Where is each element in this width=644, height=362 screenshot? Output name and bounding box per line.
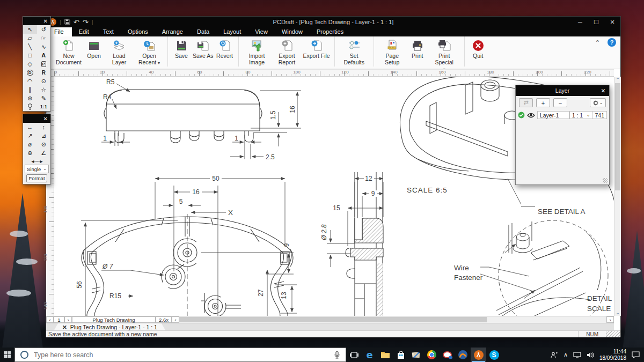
search-input[interactable] [33,351,330,359]
page-next-button[interactable]: › [64,316,72,323]
center-mark-tool[interactable]: ⊕ [23,149,37,157]
taskbar-search[interactable] [14,348,346,362]
microphone-icon[interactable] [334,351,340,359]
redo-icon[interactable]: ↷ [83,18,89,26]
layer-options-button[interactable]: ⌄ [590,98,606,107]
rotate-tool[interactable]: ↺ [37,25,51,34]
collapse-ribbon-icon[interactable]: ⌃ [595,39,600,46]
radius-dimension-tool[interactable]: ⊘ [37,140,51,149]
taskbar-store[interactable] [393,348,408,362]
pen-tool[interactable]: ✎ [37,94,51,102]
people-icon[interactable] [551,352,558,358]
scale-1-1-tool[interactable]: 1:1 [37,102,51,111]
help-button[interactable]: ? [608,38,616,47]
symbol-tool[interactable]: ⊛ [23,94,37,102]
angle-dimension-tool[interactable]: ∠ [37,149,51,157]
open-button[interactable]: Open [85,39,103,59]
arc-tool[interactable]: ◠ [23,77,37,85]
task-view-button[interactable] [346,348,362,362]
pan-tool[interactable]: ☞ [37,34,51,42]
horizontal-scrollbar-thumb[interactable] [179,317,487,322]
menu-edit[interactable]: Edit [72,27,96,36]
menu-options[interactable]: Options [121,27,155,36]
taskbar-chrome[interactable] [424,348,440,362]
lamp-tool[interactable] [23,102,37,111]
dimension-mode-dropdown[interactable]: Single ⌄ [25,165,49,173]
perpendicular-dimension-tool[interactable]: ⊿ [37,131,51,140]
horizontal-dimension-tool[interactable]: ↔ [23,123,37,131]
select-tool[interactable]: ↖ [23,25,37,34]
scroll-left-icon[interactable]: ‹ [172,316,179,323]
dimension-line-style[interactable]: ◂──▸ [23,157,50,165]
tab-close-icon[interactable]: ✕ [62,324,67,330]
parallel-polygon-tool[interactable]: P [37,60,51,68]
start-button[interactable] [0,348,14,362]
page-prev-button[interactable]: ‹ [46,316,54,323]
page-setup-button[interactable]: Page Setup [378,39,406,65]
rectangle-tool[interactable]: □ [23,51,37,60]
maximize-icon[interactable]: ☐ [588,17,604,27]
close-icon[interactable]: ✕ [597,87,609,94]
close-icon[interactable]: ✕ [604,17,620,27]
taskbar-drawing-app[interactable] [440,348,455,362]
export-report-button[interactable]: Export Report [273,39,301,65]
action-center-icon[interactable] [632,351,640,358]
zoom-level[interactable]: 2.6x [156,316,172,323]
diagonal-dimension-tool[interactable]: ↗ [23,131,37,140]
scroll-right-icon[interactable]: › [606,316,614,323]
taskbar-design-app[interactable] [455,348,471,362]
text-tool[interactable]: A [37,51,51,60]
open-recent-button[interactable]: Open Recent ▾ [135,39,163,65]
quit-button[interactable]: Quit [469,39,487,59]
tray-expand-icon[interactable]: ∧ [564,351,568,358]
vertical-scrollbar-thumb[interactable] [615,83,620,190]
doc-name-field[interactable]: Plug Tech Drawing [72,316,156,323]
menu-data[interactable]: Data [190,27,216,36]
polygon-tool[interactable]: ◇ [23,60,37,68]
layer-row[interactable]: Layer-1 1 : 1 ⌄ 741 [518,110,607,120]
radius-tool[interactable]: R [37,68,51,77]
export-file-button[interactable]: Export File [303,39,330,59]
menu-view[interactable]: View [248,27,275,36]
marquee-tool[interactable]: ▱ [23,34,37,42]
print-button[interactable]: Print [408,39,427,59]
vertical-scrollbar[interactable]: ⌃ ⌄ [614,77,621,316]
document-tab[interactable]: ✕ Plug Tech Drawing - Layer-1 - 1 : 1 [54,323,166,331]
diameter-dimension-tool[interactable]: ⌀ [23,140,37,149]
taskbar-file-explorer[interactable] [377,348,393,362]
horizontal-scrollbar[interactable] [179,316,606,323]
vertical-dimension-tool[interactable]: ↕ [37,123,51,131]
load-layer-button[interactable]: Load Layer [105,39,133,65]
menu-properties[interactable]: Properties [310,27,350,36]
menu-layout[interactable]: Layout [216,27,248,36]
undo-icon[interactable]: ↶ [74,18,79,26]
print-special-button[interactable]: Print Special▾ [429,39,460,72]
visibility-eye-icon[interactable] [527,113,535,118]
quick-save-icon[interactable] [64,19,70,26]
merge-layers-button[interactable]: ⇄ [519,98,533,107]
format-button[interactable]: Format [26,174,47,182]
parallel-lines-tool[interactable]: ∥ [23,85,37,94]
layer-scale-dropdown[interactable]: 1 : 1 ⌄ [569,111,593,119]
taskbar-photos-app[interactable] [408,348,424,362]
layer-name-field[interactable]: Layer-1 [537,111,569,119]
resize-grip[interactable] [606,331,620,337]
add-layer-button[interactable]: + [536,98,550,107]
palette-close-icon[interactable]: ✕ [43,116,48,122]
polyline-tool[interactable]: ∿ [37,42,51,51]
menu-window[interactable]: Window [275,27,310,36]
taskbar-skype[interactable]: S [486,348,502,362]
save-as-button[interactable]: Save As [193,39,214,59]
line-tool[interactable]: ╲ [23,42,37,51]
palette-resize-grip[interactable] [603,178,608,183]
taskbar-pcdraft[interactable] [471,348,486,362]
set-defaults-button[interactable]: Set Defaults [339,39,369,65]
menu-text[interactable]: Text [96,27,121,36]
import-image-button[interactable]: Import Image [243,39,271,65]
remove-layer-button[interactable]: − [553,98,567,107]
palette-close-icon[interactable]: ✕ [43,18,48,24]
revert-button[interactable]: Revert [216,39,234,59]
new-document-button[interactable]: New Document [55,39,83,65]
network-icon[interactable] [573,352,581,358]
volume-icon[interactable] [587,352,594,358]
